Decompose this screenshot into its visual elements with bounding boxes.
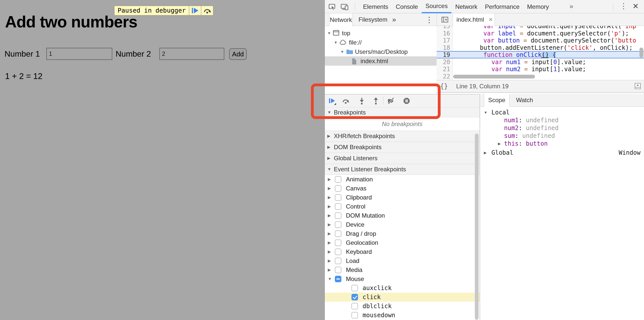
- expand-arrow[interactable]: ▶: [328, 202, 331, 211]
- event-row-animation[interactable]: ▶Animation: [325, 175, 480, 184]
- checkbox-drag-drop[interactable]: [335, 230, 341, 237]
- event-row-load[interactable]: ▶Load: [325, 256, 480, 265]
- checkbox-load[interactable]: [335, 258, 341, 264]
- devtools-close-button[interactable]: ✕: [632, 0, 639, 13]
- checkbox-geolocation[interactable]: [335, 239, 341, 246]
- event-row-media[interactable]: ▶Media: [325, 265, 480, 274]
- event-row-control[interactable]: ▶Control: [325, 202, 480, 211]
- scope-var-num2[interactable]: num2: undefined: [480, 124, 644, 132]
- event-label: Animation: [346, 175, 373, 184]
- tab-close-icon[interactable]: ×: [489, 13, 493, 26]
- tab-console[interactable]: Console: [392, 0, 422, 13]
- event-row-canvas[interactable]: ▶Canvas: [325, 184, 480, 193]
- tab-performance[interactable]: Performance: [481, 0, 523, 13]
- editor-vertical-scrollbar[interactable]: [639, 48, 643, 58]
- event-row-drag-drop[interactable]: ▶Drag / drop: [325, 229, 480, 238]
- checkbox-device[interactable]: [335, 221, 341, 228]
- section-event-listener-breakpoints[interactable]: ▼Event Listener Breakpoints: [325, 164, 480, 175]
- tab-scope[interactable]: Scope: [484, 94, 510, 107]
- code-line[interactable]: var num2 = input[1].value;: [491, 66, 586, 73]
- checkbox-click[interactable]: [351, 294, 358, 300]
- expand-arrow[interactable]: ▶: [328, 193, 331, 202]
- hide-navigator-button[interactable]: [441, 16, 449, 23]
- editor-tab-index-html[interactable]: index.html ×: [453, 13, 495, 26]
- devtools-menu-button[interactable]: ⋮: [620, 0, 627, 13]
- navigator-tab-filesystem[interactable]: Filesystem: [357, 13, 389, 26]
- code-line[interactable]: var num1 = input[0].value;: [491, 59, 586, 66]
- navigator-more-tabs-button[interactable]: »: [392, 13, 396, 26]
- expand-arrow[interactable]: ▼: [327, 28, 331, 38]
- event-row-mousedown[interactable]: mousedown: [325, 311, 480, 320]
- expand-arrow[interactable]: ▶: [328, 220, 331, 229]
- tree-item-file[interactable]: ▼file://: [325, 38, 437, 47]
- code-line[interactable]: var label = document.querySelector('p');: [483, 30, 629, 37]
- event-row-dblclick[interactable]: dblclick: [325, 302, 480, 311]
- tab-network[interactable]: Network: [451, 0, 481, 13]
- section-global-listeners[interactable]: ▶Global Listeners: [325, 153, 480, 164]
- code-line[interactable]: var input = document.querySelectorAll('i…: [483, 26, 636, 30]
- event-row-keyboard[interactable]: ▶Keyboard: [325, 247, 480, 256]
- event-row-geolocation[interactable]: ▶Geolocation: [325, 238, 480, 247]
- code-editor[interactable]: 1516171819202122 var input = document.qu…: [437, 26, 644, 80]
- expand-arrow[interactable]: ▶: [328, 184, 331, 193]
- navigator-menu-button[interactable]: ⋮: [425, 13, 433, 26]
- pretty-print-button[interactable]: {}: [440, 80, 448, 92]
- event-row-mouse[interactable]: ▼Mouse: [325, 274, 480, 284]
- editor-horizontal-scrollbar[interactable]: [453, 75, 535, 78]
- code-token: var: [491, 59, 502, 66]
- checkbox-control[interactable]: [335, 203, 341, 210]
- toggle-debugger-sidebar-button[interactable]: [634, 83, 641, 90]
- scope-local[interactable]: ▼Local: [480, 109, 644, 116]
- inspect-element-button[interactable]: [328, 3, 336, 11]
- expand-arrow[interactable]: ▶: [328, 265, 331, 274]
- tree-item-top[interactable]: ▼top: [325, 28, 437, 38]
- expand-arrow[interactable]: ▶: [328, 211, 331, 220]
- checkbox-media[interactable]: [335, 267, 341, 273]
- expand-arrow[interactable]: ▶: [328, 229, 331, 238]
- event-row-click[interactable]: click: [325, 293, 480, 302]
- expand-arrow[interactable]: ▼: [334, 38, 338, 47]
- expand-arrow[interactable]: ▶: [328, 175, 331, 184]
- section-dom-breakpoints[interactable]: ▶DOM Breakpoints: [325, 142, 480, 153]
- expand-arrow[interactable]: ▼: [328, 274, 332, 284]
- tab-elements[interactable]: Elements: [359, 0, 392, 13]
- checkbox-keyboard[interactable]: [335, 249, 341, 255]
- navigator-tab-network[interactable]: Network: [329, 13, 352, 26]
- section-xhr-fetch-breakpoints[interactable]: ▶XHR/fetch Breakpoints: [325, 131, 480, 142]
- checkbox-clipboard[interactable]: [335, 194, 341, 201]
- tree-item-users-mac-desktop[interactable]: ▼Users/mac/Desktop: [325, 47, 437, 56]
- expand-arrow[interactable]: ▼: [340, 47, 344, 56]
- expand-arrow[interactable]: ▶: [328, 256, 331, 265]
- code-line[interactable]: button.addEventListener('click', onClick…: [480, 44, 633, 51]
- checkbox-dom-mutation[interactable]: [335, 212, 341, 219]
- tree-item-index-html[interactable]: index.html: [325, 56, 437, 66]
- event-row-dom-mutation[interactable]: ▶DOM Mutation: [325, 211, 480, 220]
- tab-sources[interactable]: Sources: [422, 0, 451, 13]
- checkbox-auxclick[interactable]: [351, 285, 358, 291]
- checkbox-dblclick[interactable]: [351, 303, 358, 309]
- scope-this[interactable]: ▶this: button: [480, 140, 644, 148]
- event-row-clipboard[interactable]: ▶Clipboard: [325, 193, 480, 202]
- tab-watch[interactable]: Watch: [514, 94, 535, 106]
- tab-memory[interactable]: Memory: [523, 0, 553, 13]
- scope-var-sum[interactable]: sum: undefined: [480, 132, 644, 140]
- sidebar-scrollbar[interactable]: [475, 134, 479, 320]
- event-row-device[interactable]: ▶Device: [325, 220, 480, 229]
- expand-arrow[interactable]: ▼: [484, 109, 487, 116]
- step-over-button[interactable]: [201, 6, 213, 15]
- checkbox-animation[interactable]: [335, 176, 341, 183]
- checkbox-mouse[interactable]: [335, 276, 341, 282]
- resume-script-button[interactable]: [189, 6, 201, 15]
- expand-arrow[interactable]: ▶: [328, 247, 331, 256]
- checkbox-canvas[interactable]: [335, 185, 341, 192]
- event-row-auxclick[interactable]: auxclick: [325, 284, 480, 293]
- checkbox-mousedown[interactable]: [351, 312, 358, 318]
- expand-arrow[interactable]: ▶: [484, 149, 487, 157]
- more-panels-button[interactable]: »: [569, 0, 573, 13]
- expand-arrow[interactable]: ▶: [498, 140, 501, 148]
- scope-var-num1[interactable]: num1: undefined: [480, 116, 644, 124]
- scope-global[interactable]: ▶GlobalWindow: [480, 149, 644, 157]
- device-toolbar-button[interactable]: [340, 3, 349, 11]
- code-line[interactable]: var button = document.querySelector('but…: [483, 37, 636, 44]
- expand-arrow[interactable]: ▶: [328, 238, 331, 247]
